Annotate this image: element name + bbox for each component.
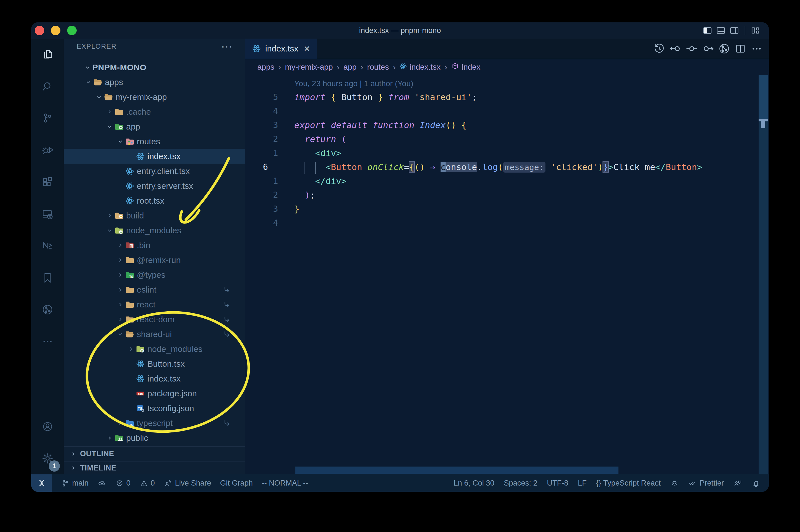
history-icon[interactable] — [651, 41, 667, 57]
status-vim-mode[interactable]: -- NORMAL -- — [262, 479, 308, 488]
status-encoding[interactable]: UTF-8 — [547, 479, 568, 488]
files-icon — [41, 48, 54, 61]
status-sync[interactable] — [98, 479, 106, 488]
tree-item-package-json[interactable]: npmpackage.json — [64, 386, 245, 401]
remote-indicator[interactable] — [31, 474, 52, 492]
activity-run-and-debug-button[interactable] — [31, 134, 64, 166]
status-errors[interactable]: 0 — [115, 479, 131, 488]
tree-item--remix-run[interactable]: @remix-run — [64, 252, 245, 267]
vertical-scrollbar[interactable] — [759, 75, 768, 474]
code-line[interactable]: 5import { Button } from 'shared-ui'; — [245, 90, 769, 104]
activity-extensions-button[interactable] — [31, 166, 64, 198]
tree-item-eslint[interactable]: eslint — [64, 282, 245, 297]
activity-settings-button[interactable]: 1 — [31, 442, 64, 474]
tab-index-tsx[interactable]: index.tsx ✕ — [245, 39, 317, 59]
breadcrumb-label: routes — [367, 63, 389, 72]
breadcrumb-item[interactable]: index.tsx — [399, 62, 441, 72]
tree-item-build[interactable]: build — [64, 208, 245, 223]
tree-item-tsconfig-json[interactable]: TStsconfig.json — [64, 401, 245, 416]
status-git-graph[interactable]: Git Graph — [220, 479, 253, 488]
timeline-section[interactable]: TIMELINE — [64, 461, 245, 474]
code-line[interactable]: 2 return ( — [245, 132, 769, 146]
status-branch[interactable]: main — [61, 479, 89, 488]
code-line[interactable]: 3export default function Index() { — [245, 118, 769, 132]
tree-item-my-remix-app[interactable]: my-remix-app — [64, 90, 245, 104]
tree-item-shared-ui[interactable]: shared-ui — [64, 327, 245, 342]
layout-icon[interactable] — [750, 25, 761, 36]
folder-nm-icon: JS — [136, 344, 145, 354]
tree-item-node-modules[interactable]: JSnode_modules — [64, 342, 245, 356]
code-line[interactable]: 2 ); — [245, 188, 769, 202]
gitgraph-icon[interactable] — [716, 41, 732, 57]
breadcrumb-item[interactable]: routes — [367, 63, 389, 72]
status-language-mode[interactable]: {} TypeScript React — [596, 479, 661, 488]
activity-bookmarks-button[interactable] — [31, 262, 64, 294]
tree-item-typescript[interactable]: TStypescript — [64, 416, 245, 431]
status-eol[interactable]: LF — [578, 479, 587, 488]
commit-next-icon[interactable] — [700, 41, 716, 57]
horizontal-scrollbar[interactable] — [296, 467, 618, 474]
activity-explorer-button[interactable] — [31, 39, 64, 71]
tree-item-index-tsx[interactable]: index.tsx — [64, 149, 245, 164]
tree-item-pnpm-mono[interactable]: PNPM-MONO — [64, 60, 245, 75]
activity-accounts-button[interactable] — [31, 411, 64, 442]
activity-more-button[interactable] — [31, 326, 64, 358]
status-copilot[interactable] — [670, 479, 679, 488]
svg-text:TS: TS — [130, 275, 133, 278]
tree-item-apps[interactable]: apps — [64, 75, 245, 90]
tree-item-button-tsx[interactable]: Button.tsx — [64, 356, 245, 371]
tree-item-entry-client-tsx[interactable]: entry.client.tsx — [64, 164, 245, 178]
panel-right-icon[interactable] — [729, 25, 740, 36]
status-cursor-position[interactable]: Ln 6, Col 30 — [454, 479, 495, 488]
debug-icon — [41, 144, 54, 157]
tree-item--types[interactable]: TS@types — [64, 267, 245, 282]
tree-item-public[interactable]: public — [64, 431, 245, 445]
commit-icon[interactable] — [684, 41, 700, 57]
panel-left-icon[interactable] — [702, 25, 713, 36]
breadcrumb-item[interactable]: my-remix-app — [285, 63, 333, 72]
tree-item-react-dom[interactable]: react-dom — [64, 312, 245, 327]
outline-section[interactable]: OUTLINE — [64, 446, 245, 461]
status-indentation[interactable]: Spaces: 2 — [504, 479, 537, 488]
breadcrumb-item[interactable]: Index — [451, 62, 480, 72]
commit-prev-icon[interactable] — [667, 41, 684, 57]
code-line[interactable]: 6 <Button onClick={() ⇒ console.log(mess… — [245, 160, 769, 174]
status-live-share[interactable]: Live Share — [164, 479, 211, 488]
code-line[interactable]: 3} — [245, 202, 769, 216]
svg-text:JS: JS — [119, 231, 122, 233]
react-icon — [399, 62, 407, 72]
status-warnings[interactable]: 0 — [139, 479, 155, 488]
tree-item--cache[interactable]: .cache — [64, 104, 245, 119]
tree-item-node-modules[interactable]: JSnode_modules — [64, 223, 245, 238]
scrollbar-thumb[interactable] — [759, 75, 768, 120]
status-notifications[interactable] — [751, 479, 760, 488]
code-line[interactable]: 4 — [245, 104, 769, 118]
code-editor[interactable]: You, 23 hours ago | 1 author (You) 5impo… — [245, 75, 769, 474]
code-line[interactable]: 4 — [245, 216, 769, 230]
close-tab-icon[interactable]: ✕ — [304, 44, 310, 53]
activity-source-control-button[interactable] — [31, 102, 64, 134]
code-line[interactable]: 1 </div> — [245, 174, 769, 188]
ellipsis-icon[interactable] — [748, 41, 765, 57]
breadcrumb-item[interactable]: app — [343, 63, 357, 72]
activity-remote-explorer-button[interactable] — [31, 198, 64, 230]
status-feedback[interactable] — [734, 479, 742, 488]
tree-item-react[interactable]: react — [64, 297, 245, 312]
activity-git-graph-button[interactable] — [31, 294, 64, 326]
split-icon[interactable] — [732, 41, 748, 57]
tree-item-app[interactable]: app — [64, 119, 245, 134]
panel-bottom-icon[interactable] — [716, 25, 726, 36]
tree-item--bin[interactable]: 0110.bin — [64, 238, 245, 252]
tsconfig-icon: TS — [136, 404, 145, 413]
activity-nx-console-button[interactable] — [31, 230, 64, 262]
tree-item-routes[interactable]: routes — [64, 134, 245, 149]
breadcrumb-item[interactable]: apps — [258, 63, 274, 72]
explorer-actions-icon[interactable]: ⋯ — [221, 40, 233, 53]
activity-search-button[interactable] — [31, 71, 64, 102]
tree-item-root-tsx[interactable]: root.tsx — [64, 193, 245, 208]
status-prettier[interactable]: Prettier — [688, 479, 724, 488]
tree-item-index-tsx[interactable]: index.tsx — [64, 371, 245, 386]
tree-item-label: eslint — [137, 285, 156, 294]
code-line[interactable]: 1 <div> — [245, 146, 769, 160]
tree-item-entry-server-tsx[interactable]: entry.server.tsx — [64, 178, 245, 193]
